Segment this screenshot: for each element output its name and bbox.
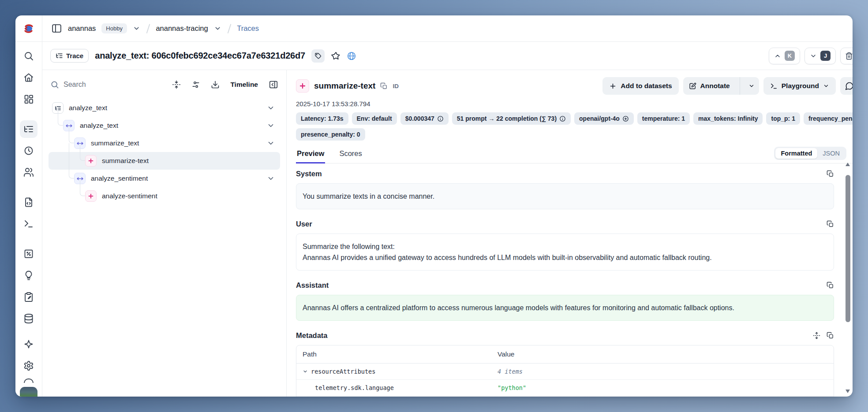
tree-row-generation-analyze-sentiment[interactable]: analyze-sentiment — [49, 187, 280, 205]
trace-type-badge: Trace — [50, 49, 89, 63]
chevron-down-icon[interactable] — [267, 139, 275, 147]
circle-plus-icon — [622, 115, 629, 122]
tree-row-span-analyze-sentiment[interactable]: analyze_sentiment — [49, 170, 280, 187]
next-trace-button[interactable]: J — [804, 48, 836, 64]
app-logo[interactable] — [15, 15, 42, 41]
chevron-down-icon[interactable] — [267, 104, 275, 112]
plus-icon — [609, 82, 617, 90]
org-name[interactable]: anannas — [68, 24, 96, 33]
span-node-icon — [63, 120, 75, 131]
public-share-button[interactable] — [347, 51, 356, 61]
sidebar-toggle-icon[interactable] — [51, 23, 62, 34]
clock-icon — [23, 145, 34, 156]
span-node-icon — [74, 137, 86, 149]
env-badge: Env: default — [352, 112, 397, 125]
cost-badge[interactable]: $0.000347 — [400, 112, 449, 125]
tree-row-generation-summarize-text[interactable]: summarize-text — [49, 152, 280, 170]
lightbulb-icon — [23, 270, 34, 281]
user-avatar[interactable] — [20, 387, 37, 397]
copy-system-button[interactable] — [827, 170, 834, 178]
timeline-toggle[interactable]: Timeline — [230, 81, 258, 89]
sidebar-item-annotation[interactable] — [20, 288, 37, 306]
sidebar-item-upgrade[interactable] — [20, 335, 37, 353]
scrollbar-up-arrow[interactable] — [846, 163, 850, 166]
sidebar-item-settings[interactable] — [20, 357, 37, 375]
chevron-down-icon[interactable] — [267, 122, 275, 130]
delete-trace-button[interactable] — [840, 48, 853, 64]
sidebar-item-users[interactable] — [20, 163, 37, 181]
project-name[interactable]: anannas-tracing — [156, 24, 208, 33]
file-code-icon — [23, 197, 34, 208]
tokens-badge[interactable]: 51 prompt → 22 completion (∑ 73) — [452, 112, 571, 125]
edit-pencil-icon — [689, 82, 696, 90]
scroll-top-icon[interactable] — [24, 379, 34, 383]
org-switcher-chevron-icon[interactable] — [133, 25, 140, 32]
breadcrumb-traces-link[interactable]: Traces — [237, 24, 259, 33]
sidebar-rail — [15, 42, 42, 397]
collapse-panel-icon[interactable] — [269, 80, 278, 89]
info-icon — [559, 115, 566, 122]
model-badge[interactable]: openai/gpt-4o — [574, 112, 634, 125]
breadcrumb-separator — [227, 24, 231, 33]
tab-preview[interactable]: Preview — [296, 149, 325, 163]
home-icon — [23, 72, 34, 83]
sidebar-item-sessions[interactable] — [20, 142, 37, 160]
dashboard-icon — [23, 94, 34, 104]
copy-user-button[interactable] — [827, 220, 834, 228]
copy-icon — [827, 220, 834, 228]
list-tree-icon — [56, 52, 63, 59]
format-formatted-option[interactable]: Formatted — [775, 148, 817, 159]
terminal-icon — [770, 82, 778, 90]
tree-row-trace-analyze-text[interactable]: analyze_text — [49, 99, 280, 117]
view-settings-button[interactable] — [191, 80, 200, 89]
chevron-down-icon[interactable] — [303, 369, 308, 374]
prev-trace-button[interactable]: K — [769, 48, 800, 64]
sidebar-item-tracing[interactable] — [20, 120, 37, 138]
sidebar-item-playground[interactable] — [20, 215, 37, 233]
metadata-row-resource-attributes[interactable]: resourceAttributes 4 items — [296, 364, 834, 380]
bookmark-star-button[interactable] — [331, 51, 340, 61]
project-switcher-chevron-icon[interactable] — [214, 25, 221, 32]
tree-row-span-analyze-text[interactable]: analyze_text — [49, 117, 280, 134]
sidebar-item-insights[interactable] — [20, 267, 37, 284]
comments-button[interactable] — [840, 77, 853, 95]
sidebar-item-dashboards[interactable] — [20, 90, 37, 108]
download-button[interactable] — [211, 80, 220, 89]
shortcut-k-key: K — [785, 51, 795, 61]
user-message: Summarize the following text: Anannas AI… — [296, 234, 834, 271]
playground-button[interactable]: Playground — [763, 77, 836, 95]
frequency-penalty-badge: frequency_penalty: 0 — [804, 112, 853, 125]
tab-scores[interactable]: Scores — [338, 149, 363, 163]
scrollbar-down-arrow[interactable] — [846, 390, 850, 393]
tree-row-span-summarize-text[interactable]: summarize_text — [49, 134, 280, 152]
observation-header: summarize-text ID Add to datasets — [296, 77, 853, 95]
annotate-dropdown-chevron[interactable] — [744, 77, 759, 95]
metadata-value: "opentelemetry" — [491, 396, 834, 397]
annotate-button[interactable]: Annotate — [683, 77, 736, 95]
tags-button[interactable] — [311, 49, 325, 63]
sidebar-item-home[interactable] — [20, 69, 37, 86]
copy-assistant-button[interactable] — [827, 282, 834, 289]
metadata-col-path: Path — [296, 345, 491, 363]
sidebar-item-evaluation[interactable] — [20, 245, 37, 263]
format-json-option[interactable]: JSON — [817, 148, 845, 159]
scrollbar-track[interactable] — [846, 170, 850, 386]
button-divider — [740, 77, 740, 95]
collapse-all-button[interactable] — [172, 80, 181, 89]
copy-id-button[interactable] — [380, 82, 388, 90]
sidebar-item-prompts[interactable] — [20, 193, 37, 211]
annotate-split-button: Annotate — [683, 77, 759, 95]
content-scrollbar[interactable] — [845, 163, 850, 393]
search-icon — [50, 80, 59, 89]
download-icon — [211, 80, 220, 89]
chevron-down-icon[interactable] — [267, 174, 275, 182]
search-input[interactable] — [64, 81, 168, 89]
copy-metadata-button[interactable] — [827, 332, 834, 339]
add-to-datasets-button[interactable]: Add to datasets — [602, 77, 678, 95]
sidebar-item-search[interactable] — [20, 47, 37, 65]
sidebar-item-datasets[interactable] — [20, 310, 37, 327]
expand-metadata-button[interactable] — [813, 332, 820, 339]
detail-tabs: Preview Scores Formatted JSON — [296, 147, 853, 163]
scrollbar-thumb[interactable] — [846, 175, 850, 322]
tree-node-label: analyze_sentiment — [91, 174, 148, 182]
